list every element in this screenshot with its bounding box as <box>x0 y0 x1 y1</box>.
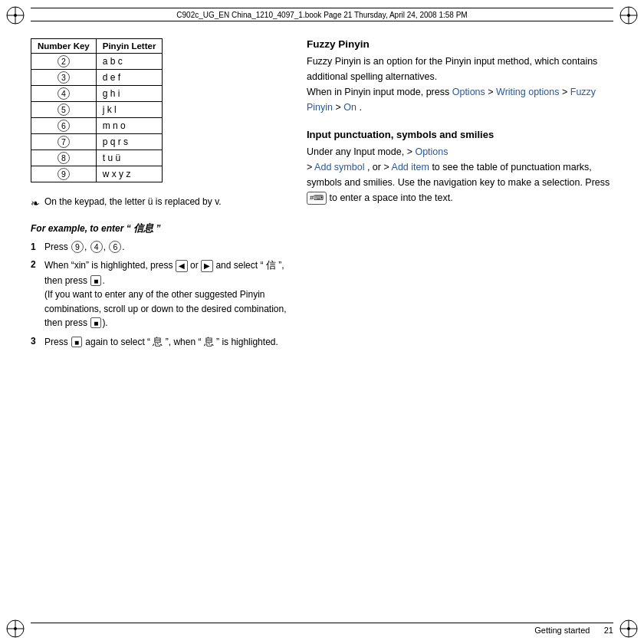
fuzzy-body-start: Fuzzy Pinyin is an option for the Pinyin… <box>307 56 597 82</box>
select-key: ■ <box>90 275 101 286</box>
key-number: 5 <box>58 104 70 116</box>
fuzzy-pinyin-title: Fuzzy Pinyin <box>307 38 613 50</box>
key-number: 3 <box>58 71 70 84</box>
key-cell: 9 <box>31 166 97 182</box>
fuzzy-writing-link: Writing options <box>496 87 559 97</box>
letters-cell: d e f <box>96 70 163 86</box>
right-column: Fuzzy Pinyin Fuzzy Pinyin is an option f… <box>307 29 613 615</box>
add-item-link: Add item <box>392 162 429 172</box>
footer-page: 21 <box>604 626 613 635</box>
letters-cell: a b c <box>96 54 163 70</box>
bullet-icon: ❧ <box>31 197 40 209</box>
table-row: 3d e f <box>31 70 163 86</box>
key-number: 8 <box>58 152 70 164</box>
right-arrow-key: ▶ <box>201 260 213 272</box>
key-cell: 4 <box>31 86 97 102</box>
input-punctuation-title: Input punctuation, symbols and smilies <box>307 129 613 140</box>
key-number: 2 <box>58 55 70 67</box>
key-6: 6 <box>109 241 121 253</box>
letters-cell: w x y z <box>96 166 163 182</box>
corner-mark-br <box>618 618 639 639</box>
corner-mark-bl <box>5 618 26 639</box>
fuzzy-body-middle: When in Pinyin input mode, press <box>307 87 449 97</box>
header-text: C902c_UG_EN China_1210_4097_1.book Page … <box>176 11 467 19</box>
footer: Getting started 21 <box>31 623 613 635</box>
table-row: 9w x y z <box>31 166 163 182</box>
col-header-letter: Pinyin Letter <box>96 39 163 54</box>
key-9: 9 <box>71 241 84 253</box>
svg-point-11 <box>14 627 17 630</box>
letters-cell: t u ü <box>96 150 163 166</box>
key-cell: 7 <box>31 134 97 150</box>
fuzzy-pinyin-section: Fuzzy Pinyin Fuzzy Pinyin is an option f… <box>307 38 613 115</box>
input-punctuation-section: Input punctuation, symbols and smilies U… <box>307 129 613 205</box>
bullet-note-text: On the keypad, the letter ü is replaced … <box>44 196 222 207</box>
table-row: 8t u ü <box>31 150 163 166</box>
letters-cell: p q r s <box>96 134 163 150</box>
svg-point-15 <box>627 627 630 630</box>
left-column: Number Key Pinyin Letter 2a b c3d e f4g … <box>31 29 291 615</box>
key-cell: 3 <box>31 70 97 86</box>
select-key-3: ■ <box>71 337 82 347</box>
main-content: Number Key Pinyin Letter 2a b c3d e f4g … <box>31 29 613 615</box>
table-row: 7p q r s <box>31 134 163 150</box>
step-list: 1 Press 9, 4, 6. 2 When “xin” is highlig… <box>31 240 291 350</box>
svg-point-7 <box>627 14 630 17</box>
table-row: 5j k l <box>31 102 163 118</box>
corner-mark-tr <box>618 5 639 26</box>
key-number: 6 <box>58 120 70 132</box>
corner-mark-tl <box>5 5 26 26</box>
header-bar: C902c_UG_EN China_1210_4097_1.book Page … <box>31 8 613 21</box>
bullet-note: ❧ On the keypad, the letter ü is replace… <box>31 196 291 209</box>
select-key-2: ■ <box>90 317 101 328</box>
hash-key: #⌨ <box>307 192 327 205</box>
fuzzy-pinyin-body: Fuzzy Pinyin is an option for the Pinyin… <box>307 54 613 115</box>
table-row: 4g h i <box>31 86 163 102</box>
example-title: For example, to enter “ 信息 ” <box>31 220 291 237</box>
key-number: 7 <box>58 136 70 148</box>
col-header-key: Number Key <box>31 39 97 54</box>
key-number: 4 <box>58 87 70 100</box>
key-cell: 2 <box>31 54 97 70</box>
table-row: 2a b c <box>31 54 163 70</box>
step-3: 3 Press ■ again to select “ 息 ”, when “ … <box>31 334 291 350</box>
footer-section: Getting started <box>534 626 590 635</box>
key-cell: 8 <box>31 150 97 166</box>
step-1: 1 Press 9, 4, 6. <box>31 240 291 255</box>
add-symbol-link: Add symbol <box>314 162 364 172</box>
options-link: Options <box>415 146 448 157</box>
input-punctuation-body: Under any Input mode, > Options > Add sy… <box>307 144 613 205</box>
pinyin-table: Number Key Pinyin Letter 2a b c3d e f4g … <box>31 38 163 182</box>
left-arrow-key: ◀ <box>176 260 188 272</box>
key-number: 9 <box>58 168 70 180</box>
step-2: 2 When “xin” is highlighted, press ◀ or … <box>31 258 291 330</box>
fuzzy-options-link: Options <box>452 87 485 97</box>
letters-cell: g h i <box>96 86 163 102</box>
key-cell: 5 <box>31 102 97 118</box>
fuzzy-on-link: On <box>343 102 356 113</box>
svg-point-3 <box>14 14 17 17</box>
example-section: For example, to enter “ 信息 ” 1 Press 9, … <box>31 220 291 350</box>
letters-cell: m n o <box>96 118 163 134</box>
table-row: 6m n o <box>31 118 163 134</box>
key-4: 4 <box>90 241 103 253</box>
key-cell: 6 <box>31 118 97 134</box>
letters-cell: j k l <box>96 102 163 118</box>
